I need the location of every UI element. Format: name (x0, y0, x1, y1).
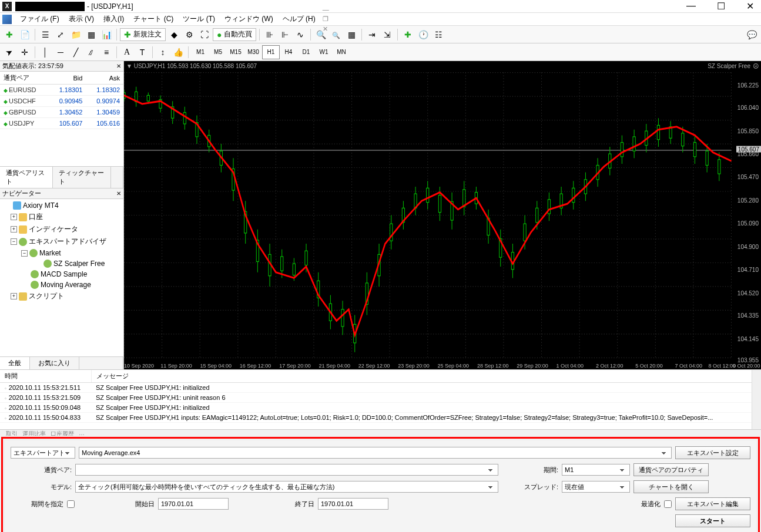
menu-window[interactable]: ウィンドウ (W) (220, 14, 278, 24)
label-button[interactable] (135, 45, 149, 59)
nav-indicators[interactable]: +インディケータ (1, 223, 122, 235)
timeframe-m15[interactable]: M15 (227, 45, 244, 59)
tester-period-select[interactable]: M1 (562, 464, 630, 476)
mw-row[interactable]: ◆EURUSD1.183011.18302 (0, 85, 123, 96)
auto-trade-button[interactable]: 自動売買 (213, 28, 256, 41)
line-chart-button[interactable]: ∿ (293, 28, 307, 42)
timeframe-m30[interactable]: M30 (244, 45, 262, 59)
tester-to-input[interactable] (318, 498, 388, 510)
new-chart-button[interactable] (2, 28, 16, 42)
menu-tool[interactable]: ツール (T) (178, 14, 220, 24)
menu-help[interactable]: ヘルプ (H) (278, 14, 320, 24)
arrows-button[interactable]: ↕ (156, 45, 170, 59)
nav-accounts[interactable]: +口座 (1, 211, 122, 223)
profiles-button[interactable] (18, 28, 32, 42)
crosshair-button[interactable] (18, 45, 32, 59)
candle-chart-button[interactable]: ⊩ (278, 28, 292, 42)
tester-from-input[interactable] (158, 498, 229, 510)
mw-row[interactable]: ◆USDCHF0.909450.90974 (0, 96, 123, 107)
indicators-button[interactable] (401, 28, 415, 42)
tester-type-select[interactable]: エキスパートアドバイザ (11, 447, 75, 459)
nav-scripts[interactable]: +スクリプト (1, 290, 122, 302)
menu-view[interactable]: 表示 (V) (64, 14, 99, 24)
templates-button[interactable]: ☷ (431, 28, 445, 42)
tester-ea-select[interactable]: Moving Average.ex4 (79, 447, 672, 459)
tile-button[interactable] (344, 28, 358, 42)
trendline-button[interactable] (69, 45, 83, 59)
log-row[interactable]: ◦2020.10.11 15:53:21.511SZ Scalper Free … (0, 383, 761, 393)
fib-button[interactable] (99, 45, 113, 59)
tester-model-select[interactable]: 全ティック(利用可能な最小時間枠を使いすべてのティックを生成する、最も正確な方法… (75, 481, 498, 493)
mw-col-ask[interactable]: Ask (86, 72, 123, 85)
modify-expert-button[interactable]: エキスパート編集 (675, 497, 750, 510)
timeframe-h4[interactable]: H4 (280, 45, 297, 59)
periods-button[interactable]: 🕐 (416, 28, 430, 42)
nav-ma[interactable]: Moving Average (1, 280, 122, 290)
bar-chart-button[interactable]: ⊪ (263, 28, 277, 42)
symbol-properties-button[interactable]: 通貨ペアのプロパティ (633, 463, 709, 476)
menu-file[interactable]: ファイル (F) (15, 14, 64, 24)
mw-row[interactable]: ◆GBPUSD1.304521.30459 (0, 107, 123, 118)
mw-col-bid[interactable]: Bid (49, 72, 86, 85)
timeframe-mn[interactable]: MN (333, 45, 350, 59)
nav-tab-fav[interactable]: お気に入り (30, 357, 79, 369)
navigator-close-icon[interactable]: ✕ (116, 190, 121, 197)
log-row[interactable]: ◦2020.10.11 15:50:04.833SZ Scalper Free … (0, 413, 761, 423)
tester-symbol-select[interactable] (75, 464, 498, 476)
metaeditor-button[interactable]: ◆ (167, 28, 181, 42)
text-button[interactable] (120, 45, 134, 59)
nav-macd[interactable]: MACD Sample (1, 269, 122, 280)
options-button[interactable]: ⚙ (182, 28, 196, 42)
fullscreen-button[interactable]: ⛶ (197, 28, 212, 42)
menu-chart[interactable]: チャート (C) (129, 14, 178, 24)
mw-row[interactable]: ◆USDJPY105.607105.616 (0, 118, 123, 129)
nav-ea[interactable]: −エキスパートアドバイザ (1, 235, 122, 248)
zoom-in-button[interactable] (314, 28, 328, 42)
open-chart-button[interactable]: チャートを開く (633, 480, 709, 493)
nav-market[interactable]: −Market (1, 248, 122, 258)
thumbs-button[interactable]: 👍 (171, 45, 185, 59)
mdi-minimize-icon[interactable]: — (320, 6, 759, 13)
channel-button[interactable] (84, 45, 98, 59)
zoom-out-button[interactable] (329, 28, 343, 42)
hline-button[interactable] (53, 45, 68, 59)
log-row[interactable]: ◦2020.10.11 15:50:09.048SZ Scalper Free … (0, 403, 761, 413)
term-col-time[interactable]: 時間 (0, 370, 91, 383)
mw-tab-tick[interactable]: ティックチャート (53, 167, 111, 188)
data-window-button[interactable] (53, 28, 68, 42)
shift-button[interactable]: ⇥ (365, 28, 379, 42)
svg-rect-60 (293, 264, 295, 275)
expert-properties-button[interactable]: エキスパート設定 (675, 446, 750, 459)
timeframe-h1[interactable]: H1 (262, 45, 280, 59)
new-order-button[interactable]: 新規注文 (120, 28, 166, 41)
cursor-button[interactable] (2, 45, 16, 59)
nav-sz[interactable]: SZ Scalper Free (1, 258, 122, 269)
nav-root[interactable]: Axiory MT4 (1, 200, 122, 211)
tester-button[interactable] (99, 28, 113, 42)
market-watch-button[interactable] (38, 28, 52, 42)
timeframe-m1[interactable]: M1 (192, 45, 209, 59)
chart-area[interactable]: ▼ USDJPY,H1 105.593 105.630 105.588 105.… (124, 61, 761, 369)
mw-tab-list[interactable]: 通貨ペアリスト (0, 167, 53, 188)
nav-tab-general[interactable]: 全般 (0, 357, 30, 369)
terminal-scrollbar[interactable] (752, 370, 761, 429)
term-col-msg[interactable]: メッセージ (91, 370, 761, 383)
mdi-restore-icon[interactable]: ❐ (320, 15, 759, 23)
navigator-button[interactable] (69, 28, 83, 42)
autoscroll-button[interactable]: ⇲ (380, 28, 394, 42)
chat-icon[interactable]: 💬 (745, 28, 759, 42)
timeframe-m5[interactable]: M5 (209, 45, 227, 59)
terminal-button[interactable] (84, 28, 98, 42)
vline-button[interactable] (38, 45, 52, 59)
timeframe-d1[interactable]: D1 (297, 45, 315, 59)
mw-col-symbol[interactable]: 通貨ペア (0, 72, 49, 85)
timeframe-w1[interactable]: W1 (315, 45, 333, 59)
start-button[interactable]: スタート (675, 514, 750, 527)
tester-spread-select[interactable]: 現在値 (562, 481, 630, 493)
log-row[interactable]: ◦2020.10.11 15:53:21.509SZ Scalper Free … (0, 393, 761, 403)
market-watch-close-icon[interactable]: ✕ (116, 63, 121, 69)
menu-insert[interactable]: 挿入(I) (99, 14, 129, 24)
tester-opt-checkbox[interactable] (664, 500, 672, 508)
tester-to-label: 終了日 (232, 500, 314, 509)
tester-date-checkbox[interactable] (67, 500, 75, 508)
